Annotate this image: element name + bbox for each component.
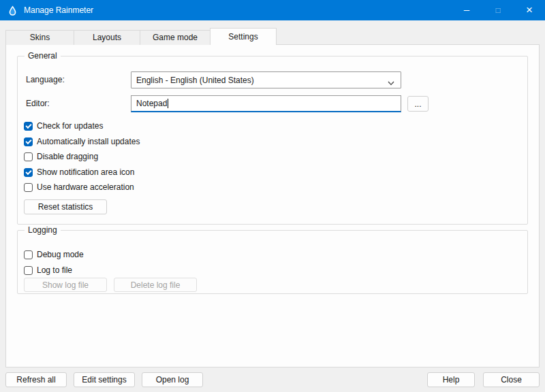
- settings-pane: General Language: English - English (Uni…: [5, 44, 540, 368]
- checkbox-use-hardware-acceleration[interactable]: Use hardware acceleration: [24, 182, 134, 193]
- general-group: General Language: English - English (Uni…: [17, 56, 528, 225]
- checkbox-log-to-file[interactable]: Log to file: [24, 265, 72, 276]
- language-selected-value: English - English (United States): [136, 76, 254, 85]
- tab-skins[interactable]: Skins: [5, 30, 74, 45]
- checkbox-auto-install-updates[interactable]: Automatically install updates: [24, 136, 140, 147]
- checkbox-label: Show notification area icon: [37, 167, 134, 177]
- tab-layouts[interactable]: Layouts: [74, 30, 140, 45]
- refresh-all-button[interactable]: Refresh all: [5, 372, 67, 387]
- rainmeter-drop-icon: [7, 5, 18, 16]
- checkbox-box[interactable]: [24, 122, 33, 131]
- language-label: Language:: [26, 75, 65, 84]
- editor-label: Editor:: [26, 99, 50, 108]
- minimize-button[interactable]: –: [451, 0, 482, 20]
- checkbox-label: Use hardware acceleration: [37, 182, 134, 192]
- editor-input[interactable]: Notepad: [131, 95, 401, 112]
- language-select[interactable]: English - English (United States): [131, 71, 401, 88]
- edit-settings-button[interactable]: Edit settings: [74, 372, 135, 387]
- checkbox-label: Disable dragging: [37, 152, 98, 161]
- browse-editor-button[interactable]: ...: [407, 96, 429, 112]
- editor-value: Notepad: [136, 99, 167, 108]
- checkbox-label: Automatically install updates: [37, 137, 140, 146]
- checkbox-disable-dragging[interactable]: Disable dragging: [24, 151, 98, 162]
- open-log-button[interactable]: Open log: [142, 372, 203, 387]
- maximize-button[interactable]: □: [482, 0, 514, 20]
- close-dialog-button[interactable]: Close: [483, 372, 540, 387]
- titlebar[interactable]: Manage Rainmeter – □ ×: [0, 0, 545, 20]
- help-button[interactable]: Help: [427, 372, 475, 387]
- checkbox-label: Check for updates: [37, 121, 103, 131]
- tab-game-mode[interactable]: Game mode: [140, 30, 211, 45]
- logging-group-label: Logging: [25, 225, 61, 235]
- checkbox-box[interactable]: [24, 183, 33, 192]
- text-caret: [168, 99, 168, 108]
- chevron-down-icon: [388, 78, 394, 88]
- tab-strip: Skins Layouts Game mode Settings: [5, 28, 276, 45]
- checkbox-debug-mode[interactable]: Debug mode: [24, 249, 84, 260]
- checkbox-check-for-updates[interactable]: Check for updates: [24, 120, 103, 131]
- reset-statistics-button[interactable]: Reset statistics: [24, 199, 107, 214]
- checkbox-box[interactable]: [24, 250, 33, 259]
- show-log-file-button: Show log file: [24, 278, 107, 292]
- general-group-label: General: [25, 51, 61, 61]
- checkbox-label: Log to file: [37, 265, 72, 275]
- checkbox-box[interactable]: [24, 168, 33, 177]
- checkbox-box[interactable]: [24, 266, 33, 275]
- checkbox-box[interactable]: [24, 137, 33, 146]
- checkbox-label: Debug mode: [37, 250, 84, 259]
- logging-group: Logging Debug mode Log to file Show log …: [17, 230, 528, 294]
- close-button[interactable]: ×: [514, 0, 545, 20]
- tab-settings[interactable]: Settings: [210, 28, 277, 45]
- window-title: Manage Rainmeter: [24, 5, 93, 15]
- delete-log-file-button: Delete log file: [114, 278, 197, 292]
- window-controls: – □ ×: [451, 0, 545, 20]
- checkbox-box[interactable]: [24, 152, 33, 161]
- checkbox-show-notification-area-icon[interactable]: Show notification area icon: [24, 167, 134, 178]
